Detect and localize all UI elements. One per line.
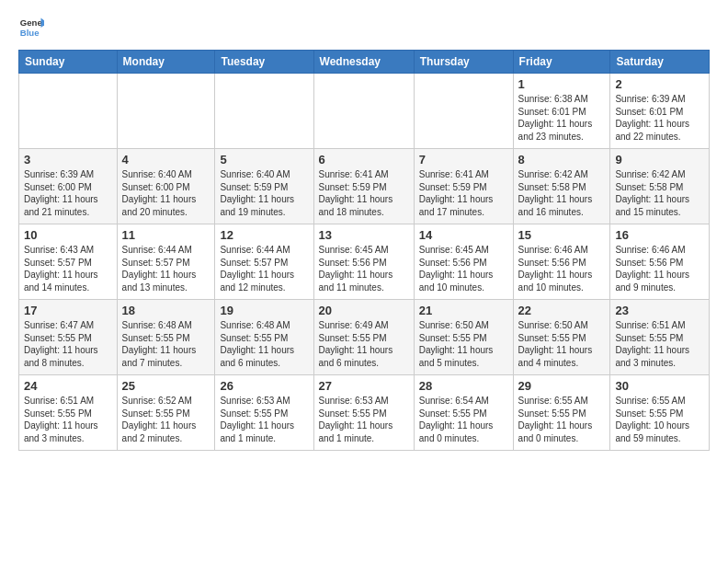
calendar-cell: 5Sunrise: 6:40 AMSunset: 5:59 PMDaylight… [215,149,313,224]
calendar-cell [19,74,118,149]
calendar-cell: 21Sunrise: 6:50 AMSunset: 5:55 PMDayligh… [414,300,513,375]
calendar-cell: 7Sunrise: 6:41 AMSunset: 5:59 PMDaylight… [414,149,513,224]
day-number: 27 [319,379,409,393]
day-header: Thursday [414,51,513,74]
calendar-cell: 20Sunrise: 6:49 AMSunset: 5:55 PMDayligh… [313,300,414,375]
day-info: Sunrise: 6:44 AMSunset: 5:57 PMDaylight:… [122,244,210,293]
day-info: Sunrise: 6:44 AMSunset: 5:57 PMDaylight:… [220,244,308,293]
day-info: Sunrise: 6:41 AMSunset: 5:59 PMDaylight:… [419,168,508,218]
calendar-week: 3Sunrise: 6:39 AMSunset: 6:00 PMDaylight… [19,149,710,224]
day-number: 7 [419,153,508,167]
calendar-cell: 11Sunrise: 6:44 AMSunset: 5:57 PMDayligh… [117,224,215,300]
day-info: Sunrise: 6:42 AMSunset: 5:58 PMDaylight:… [615,168,704,218]
calendar-cell: 1Sunrise: 6:38 AMSunset: 6:01 PMDaylight… [513,74,610,149]
day-info: Sunrise: 6:46 AMSunset: 5:56 PMDaylight:… [615,244,704,293]
day-info: Sunrise: 6:40 AMSunset: 6:00 PMDaylight:… [122,168,210,218]
day-info: Sunrise: 6:52 AMSunset: 5:55 PMDaylight:… [122,395,210,444]
day-number: 13 [319,228,409,242]
day-number: 25 [122,379,210,393]
calendar-cell: 27Sunrise: 6:53 AMSunset: 5:55 PMDayligh… [313,375,414,451]
day-number: 26 [220,379,308,393]
calendar-cell: 16Sunrise: 6:46 AMSunset: 5:56 PMDayligh… [610,224,710,300]
day-info: Sunrise: 6:49 AMSunset: 5:55 PMDaylight:… [319,319,409,369]
day-number: 5 [220,153,308,167]
calendar-cell: 3Sunrise: 6:39 AMSunset: 6:00 PMDaylight… [19,149,118,224]
calendar-cell: 28Sunrise: 6:54 AMSunset: 5:55 PMDayligh… [414,375,513,451]
day-header: Wednesday [313,51,414,74]
calendar-cell: 4Sunrise: 6:40 AMSunset: 6:00 PMDaylight… [117,149,215,224]
calendar-cell: 12Sunrise: 6:44 AMSunset: 5:57 PMDayligh… [215,224,313,300]
calendar-cell: 17Sunrise: 6:47 AMSunset: 5:55 PMDayligh… [19,300,118,375]
day-number: 20 [319,304,409,317]
day-header: Sunday [19,51,118,74]
day-number: 17 [24,304,112,317]
day-number: 9 [615,153,704,167]
day-info: Sunrise: 6:45 AMSunset: 5:56 PMDaylight:… [319,244,409,293]
calendar-cell: 23Sunrise: 6:51 AMSunset: 5:55 PMDayligh… [610,300,710,375]
day-number: 22 [518,304,606,317]
day-number: 16 [615,228,704,242]
day-info: Sunrise: 6:42 AMSunset: 5:58 PMDaylight:… [518,168,606,218]
day-number: 29 [518,379,606,393]
calendar-cell [414,74,513,149]
day-info: Sunrise: 6:47 AMSunset: 5:55 PMDaylight:… [24,319,112,369]
day-number: 15 [518,228,606,242]
day-number: 30 [615,379,704,393]
day-info: Sunrise: 6:53 AMSunset: 5:55 PMDaylight:… [220,395,308,444]
calendar-week: 10Sunrise: 6:43 AMSunset: 5:57 PMDayligh… [19,224,710,300]
calendar-header: SundayMondayTuesdayWednesdayThursdayFrid… [19,51,710,74]
day-info: Sunrise: 6:50 AMSunset: 5:55 PMDaylight:… [518,319,606,369]
calendar-cell: 18Sunrise: 6:48 AMSunset: 5:55 PMDayligh… [117,300,215,375]
svg-text:General: General [20,17,44,28]
day-info: Sunrise: 6:50 AMSunset: 5:55 PMDaylight:… [419,319,508,369]
day-number: 18 [122,304,210,317]
calendar-cell: 19Sunrise: 6:48 AMSunset: 5:55 PMDayligh… [215,300,313,375]
day-info: Sunrise: 6:51 AMSunset: 5:55 PMDaylight:… [24,395,112,444]
day-number: 12 [220,228,308,242]
day-header: Tuesday [215,51,313,74]
day-info: Sunrise: 6:48 AMSunset: 5:55 PMDaylight:… [122,319,210,369]
day-info: Sunrise: 6:55 AMSunset: 5:55 PMDaylight:… [518,395,606,444]
calendar-week: 17Sunrise: 6:47 AMSunset: 5:55 PMDayligh… [19,300,710,375]
day-info: Sunrise: 6:48 AMSunset: 5:55 PMDaylight:… [220,319,308,369]
calendar-cell: 14Sunrise: 6:45 AMSunset: 5:56 PMDayligh… [414,224,513,300]
day-number: 28 [419,379,508,393]
day-number: 10 [24,228,112,242]
calendar-cell: 13Sunrise: 6:45 AMSunset: 5:56 PMDayligh… [313,224,414,300]
logo: General Blue [18,15,48,40]
day-info: Sunrise: 6:43 AMSunset: 5:57 PMDaylight:… [24,244,112,293]
day-info: Sunrise: 6:54 AMSunset: 5:55 PMDaylight:… [419,395,508,444]
calendar-cell: 8Sunrise: 6:42 AMSunset: 5:58 PMDaylight… [513,149,610,224]
day-info: Sunrise: 6:53 AMSunset: 5:55 PMDaylight:… [319,395,409,444]
calendar-cell: 15Sunrise: 6:46 AMSunset: 5:56 PMDayligh… [513,224,610,300]
calendar-cell: 29Sunrise: 6:55 AMSunset: 5:55 PMDayligh… [513,375,610,451]
day-number: 4 [122,153,210,167]
day-info: Sunrise: 6:40 AMSunset: 5:59 PMDaylight:… [220,168,308,218]
day-info: Sunrise: 6:39 AMSunset: 6:01 PMDaylight:… [615,93,704,143]
day-info: Sunrise: 6:39 AMSunset: 6:00 PMDaylight:… [24,168,112,218]
calendar-week: 1Sunrise: 6:38 AMSunset: 6:01 PMDaylight… [19,74,710,149]
day-info: Sunrise: 6:45 AMSunset: 5:56 PMDaylight:… [419,244,508,293]
day-info: Sunrise: 6:38 AMSunset: 6:01 PMDaylight:… [518,93,606,143]
calendar-cell [313,74,414,149]
calendar-cell: 24Sunrise: 6:51 AMSunset: 5:55 PMDayligh… [19,375,118,451]
day-info: Sunrise: 6:41 AMSunset: 5:59 PMDaylight:… [319,168,409,218]
day-number: 24 [24,379,112,393]
calendar-cell: 6Sunrise: 6:41 AMSunset: 5:59 PMDaylight… [313,149,414,224]
day-number: 21 [419,304,508,317]
day-info: Sunrise: 6:46 AMSunset: 5:56 PMDaylight:… [518,244,606,293]
day-info: Sunrise: 6:55 AMSunset: 5:55 PMDaylight:… [615,395,704,444]
header-row: SundayMondayTuesdayWednesdayThursdayFrid… [19,51,710,74]
svg-text:Blue: Blue [20,28,40,38]
calendar: SundayMondayTuesdayWednesdayThursdayFrid… [18,50,710,451]
header: General Blue [18,15,710,40]
day-header: Saturday [610,51,710,74]
calendar-cell: 10Sunrise: 6:43 AMSunset: 5:57 PMDayligh… [19,224,118,300]
day-info: Sunrise: 6:51 AMSunset: 5:55 PMDaylight:… [615,319,704,369]
page: General Blue SundayMondayTuesdayWednesda… [0,0,728,563]
day-number: 14 [419,228,508,242]
calendar-cell: 9Sunrise: 6:42 AMSunset: 5:58 PMDaylight… [610,149,710,224]
calendar-cell: 30Sunrise: 6:55 AMSunset: 5:55 PMDayligh… [610,375,710,451]
calendar-cell: 25Sunrise: 6:52 AMSunset: 5:55 PMDayligh… [117,375,215,451]
day-header: Monday [117,51,215,74]
